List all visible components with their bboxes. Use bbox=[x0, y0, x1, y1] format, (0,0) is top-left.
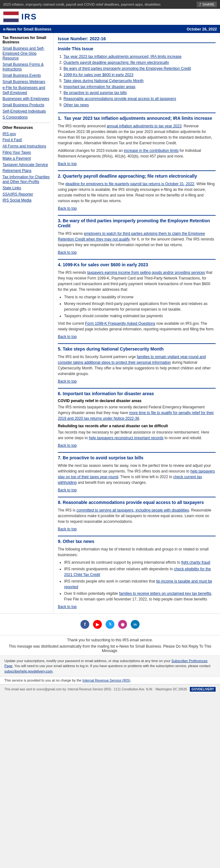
section-4: 4. 1099-Ks for sales over $600 in early … bbox=[58, 259, 216, 339]
section-5: 5. Take steps during National Cybersecur… bbox=[58, 343, 216, 383]
enews-bar: e-News for Small Business October 26, 20… bbox=[0, 26, 220, 33]
section-6-link-1[interactable]: more time to file to qualify for penalty… bbox=[58, 410, 214, 421]
sidebar-item-small-business-self-employed[interactable]: Small Business and Self-Employed One-Sto… bbox=[2, 46, 51, 61]
section-1-para-1: The IRS recently announced annual inflat… bbox=[58, 123, 216, 146]
share-button[interactable]: ⤴ SHARE bbox=[197, 2, 217, 7]
section-1-back-top-link[interactable]: Back to top bbox=[58, 162, 77, 166]
section-5-para-1: The IRS and its Security Summit partners… bbox=[58, 354, 216, 377]
toc-item-2: Quarterly payroll deadline approaching; … bbox=[63, 60, 216, 66]
sidebar-item-find-fast[interactable]: Find it Fast! bbox=[2, 138, 51, 143]
issue-number: Issue Number: 2022-16 bbox=[58, 36, 216, 43]
section-2-link-1[interactable]: deadline for employers to file quarterly… bbox=[65, 182, 194, 186]
section-4-bullets: There is no change in taxability of inco… bbox=[64, 294, 216, 319]
sidebar-item-irs-gov[interactable]: IRS.gov bbox=[2, 132, 51, 137]
twitter-icon[interactable]: 𝕏 bbox=[105, 620, 115, 629]
sidebar: Tax Resources for Small Business Small B… bbox=[0, 33, 54, 613]
irs-link[interactable]: Internal Revenue Service (IRS) bbox=[82, 678, 130, 682]
section-4-back-top-link[interactable]: Back to top bbox=[58, 335, 77, 339]
section-4-link-1[interactable]: taxpayers earning income from selling go… bbox=[87, 270, 205, 275]
sidebar-item-ssa-irs[interactable]: SSA/IRS Reporter bbox=[2, 192, 51, 197]
footer-manage: Update your subscriptions, modify your p… bbox=[0, 655, 220, 677]
section-6-link-2[interactable]: help taxpayers reconstruct important rec… bbox=[89, 436, 163, 440]
section-7-back-top-link[interactable]: Back to top bbox=[58, 488, 77, 492]
section-9-bullets: IRS announced its continued support by j… bbox=[64, 560, 216, 602]
sidebar-item-events[interactable]: Small Business Events bbox=[2, 73, 51, 78]
section-9-link-3[interactable]: tip income is taxable and must be report… bbox=[64, 579, 212, 589]
section-9-link-1[interactable]: fight charity fraud bbox=[181, 560, 210, 565]
section-9: 9. Other tax news The following informat… bbox=[58, 536, 216, 609]
section-7-back-top: Back to top bbox=[58, 488, 216, 492]
irs-logo: IRS bbox=[3, 11, 37, 22]
youtube-icon[interactable]: ▶ bbox=[93, 620, 102, 629]
linkedin-icon[interactable]: in bbox=[131, 620, 139, 629]
section-8-back-top-link[interactable]: Back to top bbox=[58, 527, 77, 531]
section-6-title: 6. Important tax information for disaste… bbox=[58, 391, 216, 396]
sidebar-item-state-links[interactable]: State Links bbox=[2, 186, 51, 191]
section-9-link-2[interactable]: check eligibility for the 2021 Child Tax… bbox=[64, 567, 211, 577]
social-icons-container: f ▶ 𝕏 ◉ in bbox=[4, 620, 216, 629]
section-4-bullet-1: There is no change in taxability of inco… bbox=[64, 294, 216, 300]
section-2-back-top-link[interactable]: Back to top bbox=[58, 206, 77, 211]
sidebar-item-make-payment[interactable]: Make a Payment bbox=[2, 156, 51, 161]
toc-link-7[interactable]: Be proactive to avoid surprise tax bills bbox=[63, 91, 127, 95]
section-8-back-top: Back to top bbox=[58, 527, 216, 531]
footer-manage-text: Update your subscriptions, modify your p… bbox=[4, 658, 216, 674]
section-1-link-1[interactable]: annual inflation adjustments to tax year… bbox=[106, 124, 181, 128]
section-5-back-top-link[interactable]: Back to top bbox=[58, 379, 77, 383]
section-3-back-top-link[interactable]: Back to top bbox=[58, 250, 77, 255]
sidebar-item-retirement-plans[interactable]: Retirement Plans bbox=[2, 168, 51, 174]
section-8-title: 8. Reasonable accommodations provide equ… bbox=[58, 500, 216, 505]
toc-link-1[interactable]: Tax year 2023 tax inflation adjustments … bbox=[63, 54, 182, 59]
footer-meta: This email was sent to xxxxx@gmail.com b… bbox=[0, 684, 220, 694]
footer-social: f ▶ 𝕏 ◉ in bbox=[0, 613, 220, 635]
toc-link-8[interactable]: Reasonable accommodations provide equal … bbox=[63, 96, 176, 101]
section-6-back-top-link[interactable]: Back to top bbox=[58, 443, 77, 448]
sidebar-item-filing-taxes[interactable]: Filing Your Taxes bbox=[2, 150, 51, 155]
footer-meta-text: This email was sent to xxxxx@gmail.com b… bbox=[4, 687, 187, 691]
section-9-link-4[interactable]: families to receive letters on unclaimed… bbox=[119, 591, 211, 596]
toc-item-5: Take steps during National Cybersecurity… bbox=[63, 78, 216, 84]
section-7: 7. Be proactive to avoid surprise tax bi… bbox=[58, 452, 216, 492]
toc-link-2[interactable]: Quarterly payroll deadline approaching; … bbox=[63, 60, 169, 65]
top-bar-text: 2023 inflation, improperly claimed credi… bbox=[3, 2, 197, 6]
section-6-back-top: Back to top bbox=[58, 443, 216, 448]
sidebar-item-taxpayer-advocate[interactable]: Taxpayer Advocate Service bbox=[2, 162, 51, 167]
section-8-link-1[interactable]: committed to serving all taxpayers, incl… bbox=[76, 508, 189, 513]
section-4-bullet-2: Money received through third-party payme… bbox=[64, 301, 216, 312]
section-9-bullet-2: IRS reminds grandparents and other relat… bbox=[64, 566, 216, 578]
sidebar-item-all-forms[interactable]: All Forms and Instructions bbox=[2, 144, 51, 149]
section-5-link-1[interactable]: families to remain vigilant year-round a… bbox=[58, 354, 206, 365]
section-5-back-top: Back to top bbox=[58, 379, 216, 383]
facebook-icon[interactable]: f bbox=[81, 620, 89, 629]
section-9-back-top-link[interactable]: Back to top bbox=[58, 604, 77, 609]
toc-link-6[interactable]: Important tax information for disaster a… bbox=[63, 85, 135, 89]
sidebar-item-businesses-employees[interactable]: Businesses with Employees bbox=[2, 96, 51, 101]
table-of-contents: Tax year 2023 tax inflation adjustments … bbox=[58, 54, 216, 108]
section-4-para-1: The IRS reminds taxpayers earning income… bbox=[58, 270, 216, 292]
flag-icon bbox=[3, 11, 19, 22]
sidebar-item-efile[interactable]: e-File for Businesses and Self-Employed bbox=[2, 86, 51, 95]
govdelivery-logo: GOVDELIVERY bbox=[190, 687, 216, 692]
toc-link-9[interactable]: Other tax news bbox=[63, 103, 89, 107]
sidebar-item-social-media[interactable]: IRS Social Media bbox=[2, 198, 51, 203]
subscriber-preferences-link[interactable]: Subscriber Preferences Page bbox=[4, 659, 208, 668]
subscriber-help-link[interactable]: subscriberhelp.govdelivery.com bbox=[4, 669, 53, 673]
toc-link-4[interactable]: 1099-Ks for sales over $600 in early 202… bbox=[63, 73, 133, 77]
toc-link-3[interactable]: Be wary of third parties improperly prom… bbox=[63, 66, 191, 71]
sidebar-item-webinars[interactable]: Small Business Webinars bbox=[2, 80, 51, 85]
section-1-link-2[interactable]: increase in the contribution limits bbox=[124, 148, 179, 153]
sidebar-item-tax-info-charities[interactable]: Tax Information for Charities and Other … bbox=[2, 175, 51, 185]
instagram-icon[interactable]: ◉ bbox=[118, 620, 127, 629]
issue-date: October 26, 2022 bbox=[187, 27, 217, 31]
section-1-para-2: Additional changes for 2023 include an i… bbox=[58, 148, 216, 159]
sidebar-item-self-employed[interactable]: Self-Employed Individuals bbox=[2, 109, 51, 114]
toc-link-5[interactable]: Take steps during National Cybersecurity… bbox=[63, 79, 144, 83]
section-3-title: 3. Be wary of third parties improperly p… bbox=[58, 218, 216, 228]
sidebar-item-s-corporations[interactable]: S Corporations bbox=[2, 115, 51, 120]
section-4-link-2[interactable]: Form 1099-K Frequently Asked Questions bbox=[85, 321, 155, 326]
section-6-subtitle-1: COVID penalty relief in declared disaste… bbox=[58, 399, 216, 403]
section-4-title: 4. 1099-Ks for sales over $600 in early … bbox=[58, 262, 216, 267]
sidebar-item-forms-instructions[interactable]: Small Business Forms & Instructions bbox=[2, 62, 51, 72]
section-3-link-1[interactable]: employers to watch for third parties adv… bbox=[58, 231, 205, 242]
sidebar-item-small-business-products[interactable]: Small Business Products bbox=[2, 103, 51, 108]
